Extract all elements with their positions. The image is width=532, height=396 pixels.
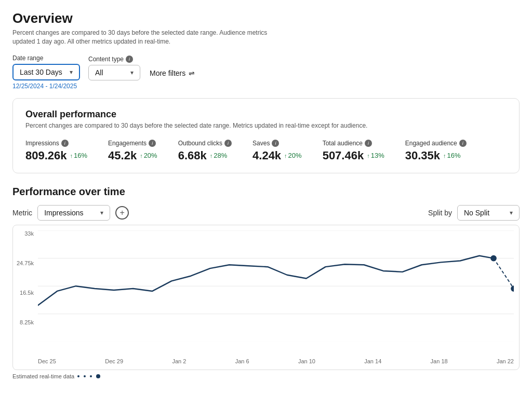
chart-svg <box>38 230 514 342</box>
x-axis: Dec 25 Dec 29 Jan 2 Jan 6 Jan 10 Jan 14 … <box>38 358 514 364</box>
metric-engaged-audience: Engaged audience i 30.35k ↑ 16% <box>405 140 467 162</box>
info-icon[interactable]: i <box>224 140 232 147</box>
dot-icon <box>77 375 79 377</box>
date-range-display: 12/25/2024 - 1/24/2025 <box>12 83 520 90</box>
metric-outbound-clicks: Outbound clicks i 6.68k ↑ 28% <box>178 140 232 162</box>
date-range-select[interactable]: Last 30 Days ▾ <box>12 64 80 80</box>
content-type-filter: Content type i All ▾ <box>88 56 140 80</box>
x-label-jan14: Jan 14 <box>364 358 381 364</box>
legend-dotted <box>77 374 100 378</box>
date-range-filter: Date range Last 30 Days ▾ <box>12 54 80 80</box>
split-by-select[interactable]: No Split ▾ <box>457 205 520 221</box>
x-label-jan2: Jan 2 <box>172 358 186 364</box>
split-by-label: Split by <box>428 209 452 217</box>
filter-icon: ⇌ <box>189 69 195 77</box>
content-type-label: Content type i <box>88 56 140 63</box>
metric-saves: Saves i 4.24k ↑ 20% <box>252 140 302 162</box>
add-metric-button[interactable]: + <box>115 206 129 220</box>
info-icon[interactable]: i <box>272 140 279 147</box>
info-icon[interactable]: i <box>126 56 133 63</box>
x-label-dec25: Dec 25 <box>38 358 56 364</box>
overall-performance-title: Overall performance <box>25 109 507 120</box>
up-arrow-icon: ↑ <box>284 153 287 159</box>
overall-performance-subtitle: Percent changes are compared to 30 days … <box>25 122 507 129</box>
dot-icon <box>90 375 92 377</box>
info-icon[interactable]: i <box>459 140 467 147</box>
page-subtitle: Percent changes are compared to 30 days … <box>12 29 283 46</box>
y-axis: 33k 24.75k 16.5k 8.25k <box>13 230 38 349</box>
y-label-825k: 8.25k <box>20 319 34 325</box>
info-icon[interactable]: i <box>149 140 156 147</box>
overall-performance-card: Overall performance Percent changes are … <box>12 98 520 173</box>
metrics-row: Impressions i 809.26k ↑ 16% Engagements … <box>25 140 507 162</box>
y-label-165k: 16.5k <box>20 290 34 296</box>
estimated-real-time-label: Estimated real-time data <box>12 373 520 379</box>
up-arrow-icon: ↑ <box>367 153 370 159</box>
performance-over-time-title: Performance over time <box>12 186 520 198</box>
x-label-jan6: Jan 6 <box>235 358 249 364</box>
x-label-jan18: Jan 18 <box>431 358 448 364</box>
metric-engagements: Engagements i 45.2k ↑ 20% <box>108 140 157 162</box>
up-arrow-icon: ↑ <box>140 153 143 159</box>
info-icon[interactable]: i <box>61 140 69 147</box>
metric-impressions: Impressions i 809.26k ↑ 16% <box>25 140 87 162</box>
dot-icon <box>84 375 86 377</box>
chevron-down-icon: ▾ <box>100 209 103 216</box>
info-icon[interactable]: i <box>365 140 372 147</box>
dot-filled-icon <box>96 374 100 378</box>
x-label-jan22: Jan 22 <box>497 358 514 364</box>
metric-total-audience: Total audience i 507.46k ↑ 13% <box>323 140 384 162</box>
chart-dot-upper <box>490 255 497 261</box>
up-arrow-icon: ↑ <box>210 153 213 159</box>
x-label-jan10: Jan 10 <box>298 358 315 364</box>
y-label-33k: 33k <box>24 230 34 237</box>
chevron-down-icon: ▾ <box>70 69 73 76</box>
date-range-label: Date range <box>12 54 80 62</box>
more-filters-button[interactable]: More filters ⇌ <box>149 66 196 80</box>
up-arrow-icon: ↑ <box>70 153 73 159</box>
chevron-down-icon: ▾ <box>130 69 134 76</box>
line-chart-container: 33k 24.75k 16.5k 8.25k Dec 25 Dec 29 Jan… <box>12 225 520 370</box>
x-label-dec29: Dec 29 <box>105 358 123 364</box>
metric-label: Metric <box>12 209 32 217</box>
y-label-2475k: 24.75k <box>17 260 34 266</box>
chart-controls: Metric Impressions ▾ + Split by No Split… <box>12 205 520 221</box>
chart-dot-lower <box>511 285 514 292</box>
metric-select[interactable]: Impressions ▾ <box>37 205 110 221</box>
chevron-down-icon: ▾ <box>510 209 513 216</box>
up-arrow-icon: ↑ <box>443 153 446 159</box>
estimated-line <box>494 258 514 288</box>
page-title: Overview <box>12 10 520 26</box>
content-type-select[interactable]: All ▾ <box>88 65 140 80</box>
main-line <box>38 255 494 305</box>
